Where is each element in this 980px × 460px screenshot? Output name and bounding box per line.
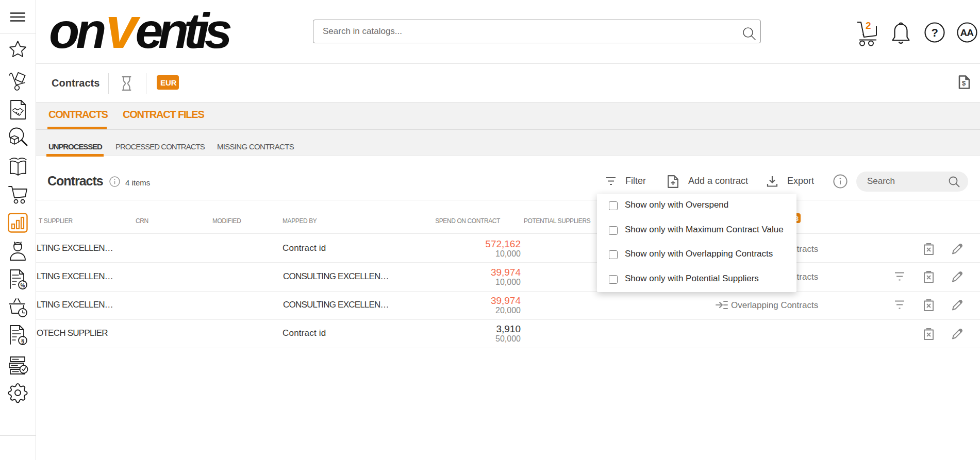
svg-text:§: § (21, 338, 24, 344)
svg-text:?: ? (932, 26, 938, 39)
svg-text:AA: AA (960, 27, 974, 38)
svg-text:%: % (21, 283, 25, 288)
svg-text:$: $ (962, 79, 966, 87)
